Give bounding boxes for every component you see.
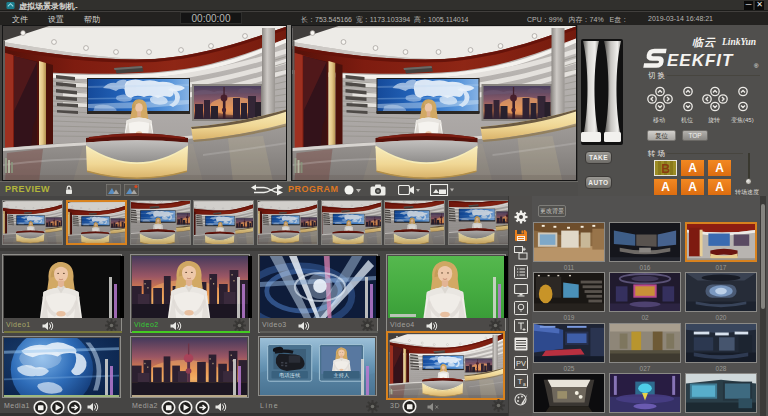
svg-text:EEKFIT: EEKFIT	[667, 51, 734, 70]
svg-text:a: a	[523, 381, 526, 387]
svg-text:PV: PV	[516, 359, 526, 368]
svg-text:®: ®	[754, 63, 759, 69]
svg-text:T: T	[518, 377, 523, 386]
